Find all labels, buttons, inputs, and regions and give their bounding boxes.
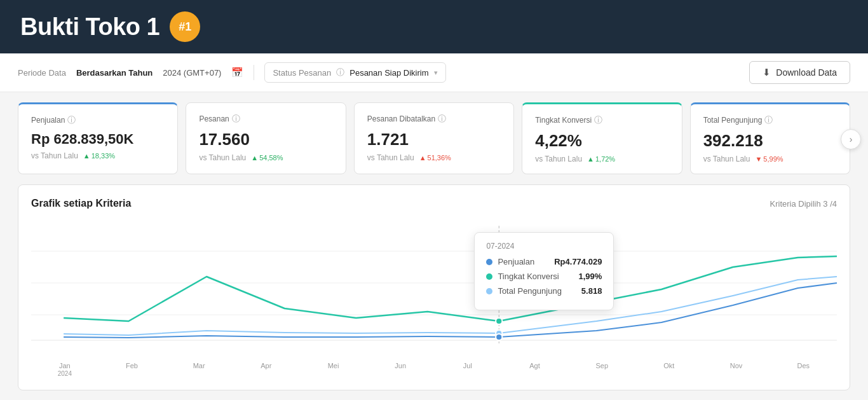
trend-dibatalkan: 51,36% [419,154,451,162]
rank-badge: #1 [170,11,200,42]
tooltip-row-konversi: Tingkat Konversi 1,99% [486,272,602,281]
next-arrow-button[interactable]: › [841,129,861,149]
tooltip-row-pengunjung: Total Pengunjung 5.818 [486,286,602,296]
download-label: Download Data [776,67,837,78]
trend-pengunjung: 5,99% [755,155,783,163]
metric-footer-dibatalkan: vs Tahun Lalu 51,36% [367,153,501,162]
triangle-up-icon [419,154,426,162]
status-value: Pesanan Siap Dikirim [349,68,428,78]
download-icon: ⬇ [763,67,771,78]
period-value: Berdasarkan Tahun [76,68,153,78]
tooltip-key-pengunjung: Total Pengunjung [498,286,576,296]
x-label-okt: Okt [635,362,703,377]
metric-footer-penjualan: vs Tahun Lalu 18,33% [31,151,165,160]
metric-value-konversi: 4,22% [535,131,668,151]
x-label-jul: Jul [434,362,501,377]
chart-title: Grafik setiap Kriteria [31,198,131,209]
tooltip-dot-konversi [486,273,492,280]
metric-value-pesanan: 17.560 [199,130,332,149]
triangle-down-icon [755,155,762,163]
x-axis-labels: Jan2024 Feb Mar Apr Mei Jun Jul Agt Sep … [31,359,837,377]
question-icon-pengunjung[interactable]: ⓘ [764,114,773,126]
trend-konversi: 1,72% [587,155,615,163]
metric-value-penjualan: Rp 628.839,50K [31,131,165,148]
metric-label-konversi: Tingkat Konversi ⓘ [535,114,668,126]
triangle-up-icon [587,155,594,163]
question-icon-pesanan[interactable]: ⓘ [232,113,240,125]
metric-footer-konversi: vs Tahun Lalu 1,72% [535,155,668,163]
tooltip-dot-penjualan [486,259,492,265]
filter-bar: Periode Data Berdasarkan Tahun 2024 (GMT… [0,53,868,92]
metric-footer-pesanan: vs Tahun Lalu 54,58% [199,153,332,162]
tooltip-row-penjualan: Penjualan Rp4.774.029 [486,257,602,266]
x-label-des: Des [770,362,837,377]
x-label-jan: Jan2024 [31,362,98,377]
tooltip-dot-pengunjung [486,288,492,294]
metric-footer-pengunjung: vs Tahun Lalu 5,99% [703,155,837,163]
tooltip-date: 07-2024 [486,242,602,251]
metric-label-pengunjung: Total Pengunjung ⓘ [703,114,837,126]
chart-svg [31,219,837,347]
x-label-sep: Sep [568,362,635,377]
header: Bukti Toko 1 #1 [0,0,868,53]
triangle-up-icon [251,154,258,162]
x-label-mar: Mar [165,362,233,377]
chevron-down-icon: ▾ [434,69,438,77]
metric-card-dibatalkan: Pesanan Dibatalkan ⓘ 1.721 vs Tahun Lalu… [354,102,514,174]
chart-criteria: Kriteria Dipilih 3 /4 [770,199,837,209]
triangle-up-icon [83,152,90,160]
period-label: Periode Data [18,68,66,78]
tooltip-val-penjualan: Rp4.774.029 [554,257,602,266]
status-label: Status Pesanan [273,68,331,78]
chart-container: 07-2024 Penjualan Rp4.774.029 Tingkat Ko… [31,219,837,359]
metric-label-penjualan: Penjualan ⓘ [31,114,165,126]
download-button[interactable]: ⬇ Download Data [749,61,850,84]
line-pengunjung [64,277,837,335]
question-icon-penjualan[interactable]: ⓘ [67,114,76,126]
x-label-agt: Agt [501,362,569,377]
metric-card-penjualan: Penjualan ⓘ Rp 628.839,50K vs Tahun Lalu… [18,102,178,174]
metrics-row: Penjualan ⓘ Rp 628.839,50K vs Tahun Lalu… [0,92,868,184]
question-icon-dibatalkan[interactable]: ⓘ [438,113,446,125]
tooltip-val-pengunjung: 5.818 [581,286,602,296]
calendar-icon[interactable]: 📅 [231,67,243,78]
metric-label-pesanan: Pesanan ⓘ [199,113,332,125]
divider [254,65,254,80]
metric-card-pesanan: Pesanan ⓘ 17.560 vs Tahun Lalu 54,58% [186,102,346,174]
metric-card-konversi: Tingkat Konversi ⓘ 4,22% vs Tahun Lalu 1… [522,102,682,174]
metric-card-pengunjung: Total Pengunjung ⓘ 392.218 vs Tahun Lalu… [690,102,850,174]
metric-value-dibatalkan: 1.721 [367,130,501,149]
trend-penjualan: 18,33% [83,152,115,160]
question-icon[interactable]: ⓘ [336,67,344,78]
x-label-mei: Mei [300,362,367,377]
status-filter-dropdown[interactable]: Status Pesanan ⓘ Pesanan Siap Dikirim ▾ [264,62,445,83]
tooltip-val-konversi: 1,99% [579,272,602,281]
x-label-nov: Nov [703,362,770,377]
trend-pesanan: 54,58% [251,154,283,162]
tooltip-key-penjualan: Penjualan [498,257,549,266]
tooltip-key-konversi: Tingkat Konversi [498,272,573,281]
x-label-feb: Feb [98,362,166,377]
period-date: 2024 (GMT+07) [163,68,221,78]
chart-tooltip: 07-2024 Penjualan Rp4.774.029 Tingkat Ko… [474,232,614,310]
x-label-jun: Jun [367,362,434,377]
app-title: Bukti Toko 1 [20,13,159,41]
chart-section: Grafik setiap Kriteria Kriteria Dipilih … [18,184,850,390]
line-konversi [64,256,837,321]
question-icon-konversi[interactable]: ⓘ [594,114,602,126]
metric-label-dibatalkan: Pesanan Dibatalkan ⓘ [367,113,501,125]
chart-header: Grafik setiap Kriteria Kriteria Dipilih … [31,198,837,209]
metric-value-pengunjung: 392.218 [703,131,837,151]
dot-penjualan-jul [496,334,502,340]
dot-konversi-jul [496,318,502,324]
x-label-apr: Apr [233,362,300,377]
